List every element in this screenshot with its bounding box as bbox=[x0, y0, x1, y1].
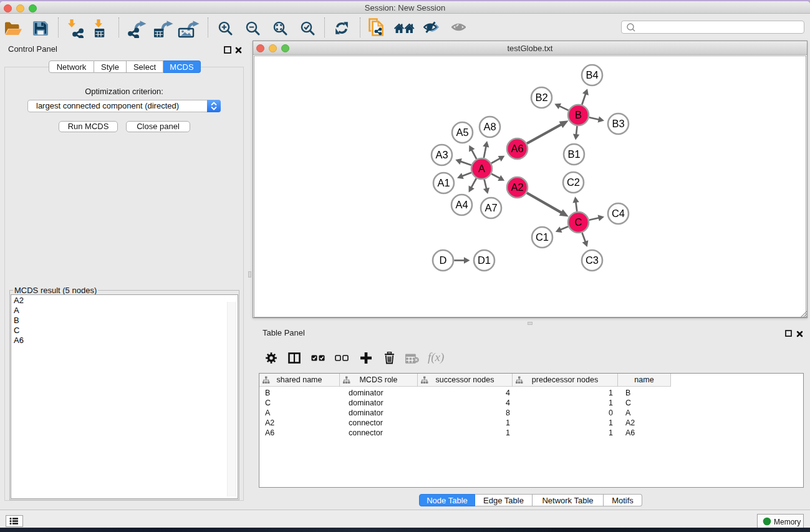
svg-text:A: A bbox=[478, 163, 485, 174]
svg-text:C4: C4 bbox=[612, 208, 625, 219]
svg-text:C1: C1 bbox=[536, 231, 549, 243]
svg-text:A2: A2 bbox=[511, 181, 523, 193]
svg-text:B1: B1 bbox=[567, 148, 580, 160]
svg-text:A6: A6 bbox=[511, 143, 523, 154]
svg-text:C: C bbox=[575, 216, 582, 228]
svg-text:D: D bbox=[440, 254, 447, 266]
svg-text:B2: B2 bbox=[535, 92, 547, 103]
svg-text:A3: A3 bbox=[435, 149, 448, 160]
svg-text:D1: D1 bbox=[478, 254, 491, 266]
svg-text:B3: B3 bbox=[612, 118, 624, 129]
svg-text:A1: A1 bbox=[437, 177, 450, 188]
svg-text:C3: C3 bbox=[586, 254, 599, 266]
svg-text:C2: C2 bbox=[567, 177, 580, 188]
svg-text:A5: A5 bbox=[456, 127, 468, 138]
svg-text:A8: A8 bbox=[483, 121, 496, 132]
svg-text:A4: A4 bbox=[455, 199, 468, 210]
svg-text:A7: A7 bbox=[485, 202, 497, 213]
svg-text:B4: B4 bbox=[586, 69, 598, 80]
svg-text:B: B bbox=[575, 109, 582, 120]
